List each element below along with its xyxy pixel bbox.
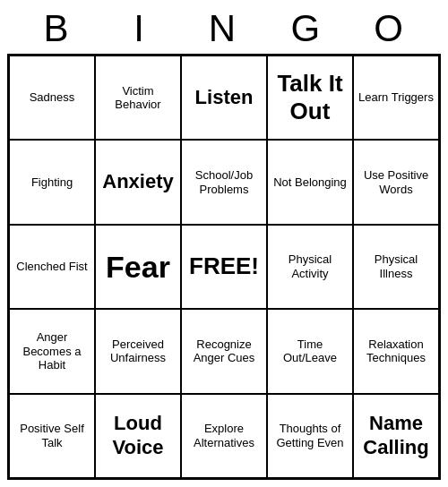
bingo-cell-15: Anger Becomes a Habit xyxy=(9,309,95,393)
bingo-cell-18: Time Out/Leave xyxy=(267,309,353,393)
bingo-cell-1: Victim Behavior xyxy=(95,56,181,140)
bingo-cell-12: FREE! xyxy=(181,225,267,309)
bingo-cell-21: Loud Voice xyxy=(95,394,181,478)
bingo-cell-2: Listen xyxy=(181,56,267,140)
bingo-cell-4: Learn Triggers xyxy=(353,56,439,140)
bingo-cell-16: Perceived Unfairness xyxy=(95,309,181,393)
bingo-cell-5: Fighting xyxy=(9,140,95,224)
title-letter-g: G xyxy=(265,7,349,50)
bingo-cell-14: Physical Illness xyxy=(353,225,439,309)
bingo-cell-0: Sadness xyxy=(9,56,95,140)
bingo-grid: SadnessVictim BehaviorListenTalk It OutL… xyxy=(7,54,441,480)
bingo-cell-8: Not Belonging xyxy=(267,140,353,224)
title-letter-i: I xyxy=(99,7,183,50)
bingo-cell-11: Fear xyxy=(95,225,181,309)
bingo-cell-20: Positive Self Talk xyxy=(9,394,95,478)
title-letter-o: O xyxy=(349,7,432,50)
bingo-cell-22: Explore Alternatives xyxy=(181,394,267,478)
bingo-cell-13: Physical Activity xyxy=(267,225,353,309)
bingo-cell-24: Name Calling xyxy=(353,394,439,478)
bingo-cell-23: Thoughts of Getting Even xyxy=(267,394,353,478)
bingo-title: B I N G O xyxy=(7,7,441,50)
bingo-cell-3: Talk It Out xyxy=(267,56,353,140)
bingo-cell-6: Anxiety xyxy=(95,140,181,224)
bingo-cell-9: Use Positive Words xyxy=(353,140,439,224)
title-letter-b: B xyxy=(16,7,99,50)
bingo-cell-17: Recognize Anger Cues xyxy=(181,309,267,393)
title-letter-n: N xyxy=(183,7,266,50)
bingo-cell-7: School/Job Problems xyxy=(181,140,267,224)
bingo-cell-19: Relaxation Techniques xyxy=(353,309,439,393)
bingo-cell-10: Clenched Fist xyxy=(9,225,95,309)
